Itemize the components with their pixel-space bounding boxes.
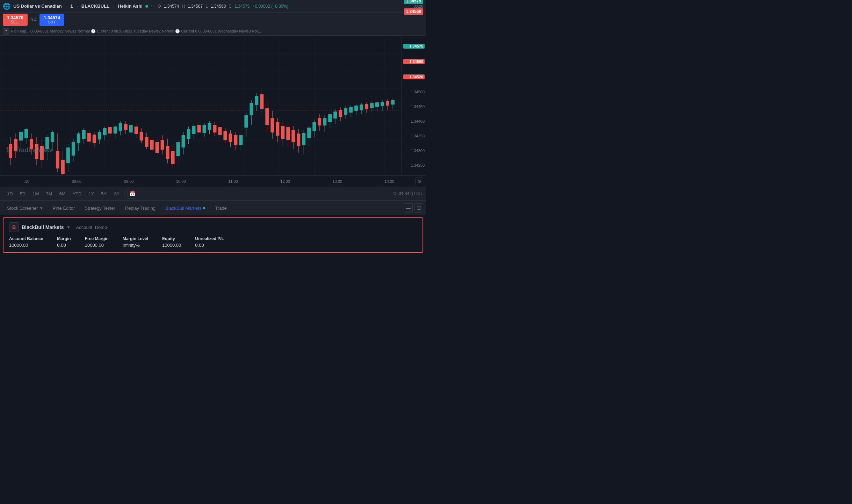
online-indicator	[145, 5, 148, 8]
svg-rect-35	[93, 135, 96, 143]
svg-rect-67	[176, 142, 180, 156]
price-time: 00:26	[413, 4, 423, 8]
svg-rect-39	[103, 128, 107, 135]
tab-trade-label: Trade	[215, 206, 226, 211]
sep3: ·	[113, 3, 114, 9]
bb-logo-char: B	[12, 224, 16, 230]
tf-5y[interactable]: 5Y	[98, 190, 109, 198]
collapse-news-button[interactable]: ^	[3, 28, 9, 35]
open-label: O	[158, 4, 161, 9]
tv-logo: 1ᐟ TradingView	[6, 145, 52, 154]
price-box-right: 1.34575 00:26 1.34568	[404, 0, 423, 15]
time-label-0: :10	[24, 179, 29, 183]
svg-rect-9	[24, 129, 28, 138]
tab-blackbull-markets[interactable]: BlackBull Markets	[161, 203, 209, 214]
svg-rect-75	[197, 125, 201, 132]
svg-rect-65	[171, 151, 175, 164]
high-label: H	[182, 4, 185, 9]
sell-button[interactable]: 1.34570 SELL	[3, 14, 28, 26]
svg-rect-7	[19, 132, 23, 141]
buy-button[interactable]: 1.34574 BUY	[39, 14, 64, 26]
svg-rect-145	[381, 102, 384, 106]
trade-bar: 1.34570 SELL 0.4 1.34574 BUY	[0, 13, 426, 27]
tab-blackbull-label: BlackBull Markets	[165, 206, 201, 211]
time-label-6: 13:00	[332, 179, 342, 183]
ohlc-info: O 1.34574 H 1.34587 L 1.34568 C 1.34575 …	[158, 4, 288, 9]
field-balance-label: Account Balance	[9, 236, 43, 241]
top-bar: 🌐 US Dollar vs Canadian · 1 · BLACKBULL …	[0, 0, 426, 13]
close-label: C	[229, 4, 232, 9]
svg-rect-27	[72, 142, 75, 156]
svg-rect-55	[145, 137, 149, 147]
tf-separator	[124, 191, 125, 196]
tab-trade[interactable]: Trade	[211, 203, 231, 214]
price-label-2: 1.34568	[403, 59, 425, 64]
price-top: 1.34575	[404, 0, 423, 4]
svg-rect-83	[218, 127, 222, 135]
tf-6m[interactable]: 6M	[56, 190, 68, 198]
svg-rect-21	[56, 151, 59, 168]
svg-rect-133	[349, 107, 353, 113]
account-label: Account: Demo-	[76, 225, 109, 230]
close-val: 1.34575	[234, 4, 250, 9]
maximize-button[interactable]: ☐	[414, 203, 423, 213]
high-val: 1.34587	[188, 4, 203, 9]
tf-all[interactable]: All	[111, 190, 121, 198]
tf-ytd[interactable]: YTD	[70, 190, 84, 198]
bottom-panel: B BlackBull Markets ▼ Account: Demo- Acc…	[3, 217, 423, 253]
price-label-3: 1.34500	[403, 90, 425, 94]
tf-5d[interactable]: 5D	[17, 190, 29, 198]
time-display: 15:01:34 (UTC)	[393, 191, 422, 196]
tf-1d[interactable]: 1D	[4, 190, 16, 198]
time-label-1: 08:00	[72, 179, 82, 183]
field-free-margin: Free Margin 10000.00	[85, 236, 109, 248]
tf-1m[interactable]: 1M	[30, 190, 42, 198]
svg-rect-25	[66, 147, 70, 163]
chart-svg	[0, 36, 402, 175]
symbol-icon: 🌐	[3, 2, 10, 10]
broker-dropdown-icon[interactable]: ▼	[67, 225, 71, 229]
svg-rect-79	[208, 123, 211, 130]
minimize-button[interactable]: —	[404, 203, 413, 213]
svg-rect-105	[276, 122, 279, 136]
svg-rect-23	[61, 160, 65, 174]
tf-1y[interactable]: 1Y	[86, 190, 97, 198]
svg-rect-115	[302, 133, 305, 145]
low-val: 1.34568	[211, 4, 226, 9]
field-margin-level: Margin Level Infinity%	[123, 236, 148, 248]
buy-label: BUY	[48, 20, 56, 24]
tf-3m[interactable]: 3M	[43, 190, 55, 198]
price-label-7: 1.34300	[403, 149, 425, 153]
chart-main[interactable]: 1ᐟ TradingView	[0, 36, 402, 175]
price-label-current: 1.34520	[403, 74, 425, 79]
bb-logo: B	[9, 222, 19, 232]
field-unrealized-pl-value: 0.00	[195, 243, 224, 248]
timeframe-bar: 1D 5D 1M 3M 6M YTD 1Y 5Y All 📅 15:01:34 …	[0, 187, 426, 201]
tab-stock-screener[interactable]: Stock Screener ▼	[3, 203, 47, 214]
svg-rect-59	[156, 142, 159, 153]
svg-rect-147	[386, 101, 389, 106]
calendar-button[interactable]: 📅	[128, 189, 137, 199]
tv-logo-mark: 1ᐟ	[6, 145, 13, 154]
svg-rect-47	[124, 124, 128, 130]
open-val: 1.34574	[164, 4, 179, 9]
price-label-6: 1.34350	[403, 134, 425, 138]
svg-rect-63	[166, 146, 169, 159]
interval: 1	[70, 3, 73, 9]
tab-pine-editor[interactable]: Pine Editor	[49, 203, 79, 214]
field-balance-value: 10000.00	[9, 243, 43, 248]
svg-rect-127	[333, 111, 337, 118]
field-equity-label: Equity	[162, 236, 181, 241]
tab-strategy-tester[interactable]: Strategy Tester	[80, 203, 119, 214]
broker: BLACKBULL	[81, 3, 109, 9]
svg-rect-125	[328, 114, 332, 122]
time-label-7: 14:00	[385, 179, 395, 183]
svg-rect-91	[239, 135, 243, 145]
svg-rect-137	[360, 105, 363, 110]
tab-replay-trading[interactable]: Replay Trading	[121, 203, 160, 214]
broker-name: BlackBull Markets	[22, 224, 64, 230]
price-axis: 1.34575 1.34568 1.34520 1.34500 1.34450 …	[402, 36, 426, 175]
sep2: ·	[76, 3, 78, 9]
svg-rect-49	[129, 125, 133, 132]
timezone-button[interactable]: ⊙	[416, 178, 423, 185]
